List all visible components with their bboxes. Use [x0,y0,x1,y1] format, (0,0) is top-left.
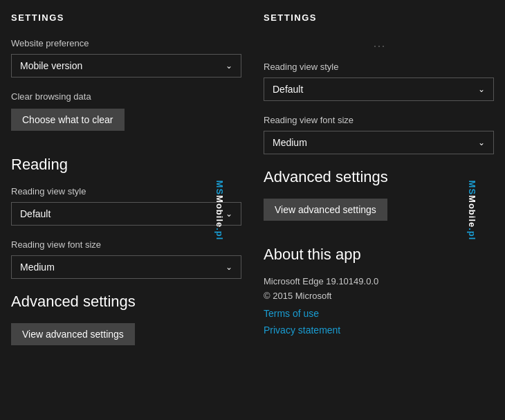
left-reading-view-style-arrow-icon: ⌄ [226,209,232,219]
left-reading-font-size-value: Medium [20,262,55,273]
right-watermark-mobile: Mobile [467,195,477,228]
left-reading-font-size-arrow-icon: ⌄ [226,262,232,272]
left-reading-font-size-dropdown[interactable]: Medium ⌄ [11,255,241,279]
left-view-advanced-settings-button[interactable]: View advanced settings [11,323,135,345]
choose-what-to-clear-button[interactable]: Choose what to clear [11,109,125,131]
left-advanced-settings-heading: Advanced settings [11,293,241,311]
right-panel: SETTINGS ⋯ Reading view style Default ⌄ … [252,0,505,420]
right-watermark: MSMobile.pl [467,180,477,240]
right-reading-view-style-arrow-icon: ⌄ [478,84,485,94]
privacy-statement-link[interactable]: Privacy statement [264,325,494,336]
right-watermark-ms: MS [467,180,477,195]
watermark-mobile: Mobile [214,195,225,228]
left-settings-title: SETTINGS [11,12,241,23]
right-view-advanced-settings-button[interactable]: View advanced settings [264,199,387,221]
left-reading-heading: Reading [11,156,241,174]
left-reading-view-style-label: Reading view style [11,186,241,197]
right-settings-title: SETTINGS [264,12,494,23]
website-preference-value: Mobile version [20,60,82,71]
app-version: Microsoft Edge 19.10149.0.0 [264,276,494,286]
right-reading-font-size-value: Medium [273,137,307,148]
about-app-heading: About this app [264,246,494,264]
right-watermark-pl: .pl [467,228,477,240]
scroll-indicator: ⋯ [264,38,494,53]
left-reading-view-style-value: Default [20,208,50,219]
terms-of-use-link[interactable]: Terms of use [264,308,494,319]
watermark-ms: MS [214,180,225,195]
right-reading-font-size-label: Reading view font size [264,115,494,125]
clear-browsing-data-label: Clear browsing data [11,91,241,102]
left-reading-font-size-label: Reading view font size [11,239,241,250]
right-reading-font-size-arrow-icon: ⌄ [478,138,485,147]
right-advanced-settings-heading: Advanced settings [264,168,494,186]
left-watermark: MSMobile.pl [214,180,225,240]
left-reading-view-style-dropdown[interactable]: Default ⌄ [11,202,241,226]
right-reading-view-style-label: Reading view style [264,62,494,72]
right-reading-view-style-value: Default [273,84,303,95]
left-panel: SETTINGS Website preference Mobile versi… [0,0,252,420]
website-preference-label: Website preference [11,38,241,48]
website-preference-dropdown[interactable]: Mobile version ⌄ [11,54,241,77]
app-copyright: © 2015 Microsoft [264,291,494,301]
right-reading-font-size-dropdown[interactable]: Medium ⌄ [264,131,494,154]
watermark-pl: .pl [214,228,225,240]
right-reading-view-style-dropdown[interactable]: Default ⌄ [264,77,494,101]
website-preference-arrow-icon: ⌄ [226,61,232,71]
